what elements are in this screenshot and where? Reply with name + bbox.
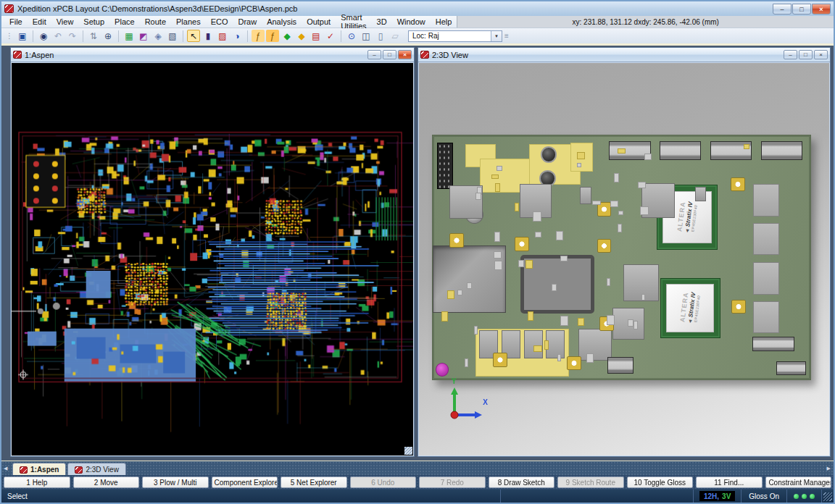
memory-chip <box>753 262 778 295</box>
view3d-window-titlebar[interactable]: 2:3D View – □ × <box>418 48 830 62</box>
fkey-5-net-explorer[interactable]: 5 Net Explorer <box>281 476 347 488</box>
passive-pad <box>494 232 500 242</box>
menu-output[interactable]: Output <box>302 16 336 28</box>
passive-pad <box>447 290 454 299</box>
pcb-2d-canvas[interactable] <box>12 63 413 455</box>
aspen-maximize-button[interactable]: □ <box>383 50 396 59</box>
fkey-2-move[interactable]: 2 Move <box>73 476 140 488</box>
fkey-11-find-[interactable]: 11 Find... <box>696 476 763 488</box>
tab-1-aspen[interactable]: 1:Aspen <box>12 463 66 476</box>
route-mode-icon[interactable]: ▨ <box>216 30 229 42</box>
statusbar-resize-grip[interactable] <box>823 492 832 501</box>
tab-2-3d-view[interactable]: 2:3D View <box>67 463 125 476</box>
close-button[interactable]: × <box>812 4 831 14</box>
passive-pad <box>610 201 618 207</box>
aspen-2d-window: 1:Aspen – □ × <box>10 47 415 457</box>
menu-setup[interactable]: Setup <box>78 16 109 28</box>
passive-pad <box>465 358 468 367</box>
axis-indicator: Y X <box>444 378 486 424</box>
fpga-chip-2: ALTERA ◄ Stratix IV EP4SE230F40 <box>660 278 720 338</box>
menu-smart-utilities[interactable]: Smart Utilities <box>336 16 371 28</box>
document-icon <box>13 51 22 59</box>
passive-pad <box>641 294 645 301</box>
window-tab-bar: ◀ 1:Aspen2:3D View ▶ <box>1 461 834 475</box>
cross-probe-icon[interactable]: ⊕ <box>101 30 115 42</box>
led <box>436 363 449 377</box>
menu-3d[interactable]: 3D <box>372 16 392 28</box>
menu-draw[interactable]: Draw <box>233 16 262 28</box>
layer-horizontal: 12H, <box>704 492 719 500</box>
tab-scroll-left-icon[interactable]: ◀ <box>4 466 7 471</box>
menu-view[interactable]: View <box>51 16 79 28</box>
menu-route[interactable]: Route <box>140 16 171 28</box>
place-parts-icon[interactable]: ◩ <box>137 30 150 42</box>
fpga-die: ALTERA ◄ Stratix IV EP4SE230F40 <box>666 284 714 332</box>
location-combobox[interactable]: Loc: Raj ▼ <box>408 30 502 42</box>
menu-place[interactable]: Place <box>109 16 140 28</box>
title-bar[interactable]: Xpedition xPCB Layout C:\Demonstrations\… <box>1 1 834 16</box>
hazards-icon[interactable]: ◆ <box>295 30 308 42</box>
gloss-status: Gloss On <box>741 490 787 503</box>
toolbar-grip[interactable]: ⋮ <box>4 32 15 40</box>
find-icon[interactable]: ◉ <box>37 30 50 42</box>
select-mode-icon[interactable]: ↖ <box>187 30 200 42</box>
menu-analysis[interactable]: Analysis <box>262 16 302 28</box>
gloss-icon[interactable]: ƒ <box>266 30 279 42</box>
drc-window-icon[interactable]: ▤ <box>310 30 323 42</box>
drc-off-icon[interactable]: ✓ <box>324 30 337 42</box>
view3d-minimize-button[interactable]: – <box>784 50 797 59</box>
passive-pad <box>633 321 638 329</box>
maximize-button[interactable]: □ <box>792 4 811 14</box>
fkey-12-constraint-manager-[interactable]: 12 Constraint Manager... <box>765 476 832 488</box>
menu-planes[interactable]: Planes <box>171 16 206 28</box>
menu-edit[interactable]: Edit <box>28 16 51 28</box>
view3d-restore-button[interactable]: □ <box>799 50 813 59</box>
aspen-window-titlebar[interactable]: 1:Aspen – □ × <box>11 48 414 62</box>
combo-dropdown-icon[interactable]: ▼ <box>491 31 502 41</box>
document-icon <box>75 466 83 474</box>
fkey-1-help[interactable]: 1 Help <box>4 476 70 488</box>
save-icon[interactable]: ▣ <box>16 30 29 42</box>
fkey-3-plow-multi[interactable]: 3 Plow / Multi <box>142 476 209 488</box>
toolbar-overflow[interactable]: ≡ <box>502 32 511 40</box>
view3d-close-button[interactable]: × <box>814 50 828 59</box>
zoom-icon[interactable]: ⊙ <box>345 30 358 42</box>
aspen-minimize-button[interactable]: – <box>367 50 381 59</box>
chip-swoosh-icon: ◄ <box>684 228 690 234</box>
minimize-button[interactable]: – <box>773 4 792 14</box>
properties-icon[interactable]: ▯ <box>374 30 387 42</box>
toolbar-icons: ▣◉↶↷⇅⊕▦◩◈▧↖▮▨◑ƒƒ◆◆▤✓⊙◫▯▱ <box>15 30 402 42</box>
window-resize-grip[interactable] <box>404 447 412 455</box>
menu-eco[interactable]: ECO <box>206 16 233 28</box>
redo-icon[interactable]: ↷ <box>66 30 79 42</box>
menu-file[interactable]: File <box>4 16 28 28</box>
coax-connector <box>493 353 507 367</box>
menu-window[interactable]: Window <box>392 16 431 28</box>
undo-icon[interactable]: ↶ <box>51 30 65 42</box>
online-drc-icon[interactable]: ◆ <box>281 30 294 42</box>
passive-pad <box>744 144 749 149</box>
passive-pad <box>474 326 478 335</box>
part-mode-icon[interactable]: ▮ <box>202 30 215 42</box>
fanout-icon[interactable]: ƒ <box>252 30 265 42</box>
copy-icon[interactable]: ◫ <box>360 30 373 42</box>
fkey-8-draw-sketch[interactable]: 8 Draw Sketch <box>489 476 555 488</box>
disabled-tool-icon[interactable]: ▱ <box>389 30 402 42</box>
menu-help[interactable]: Help <box>431 16 457 28</box>
pcb-3d-viewport[interactable]: ALTERA ◄ Stratix IV EP4SE230F40 ALTERA ◄… <box>419 63 829 455</box>
netline-icon[interactable]: ◈ <box>151 30 165 42</box>
actuals-toggle-icon[interactable]: ⇅ <box>87 30 100 42</box>
passive-pad <box>556 231 563 240</box>
chip-swoosh-icon: ◄ <box>687 319 693 324</box>
axis-arrows <box>444 384 486 424</box>
passive-pad <box>592 201 601 205</box>
aspen-close-button[interactable]: × <box>398 50 412 59</box>
review-icon[interactable]: ▧ <box>166 30 179 42</box>
fkey-4-component-explorer[interactable]: 4 Component Explorer <box>212 476 278 488</box>
display-control-icon[interactable]: ▦ <box>122 30 136 42</box>
draw-mode-icon[interactable]: ◑ <box>230 30 244 42</box>
passive-pad <box>578 318 584 327</box>
fkey-10-toggle-gloss[interactable]: 10 Toggle Gloss <box>627 476 694 488</box>
passive-pad <box>638 182 646 188</box>
tab-scroll-right-icon[interactable]: ▶ <box>827 466 831 471</box>
